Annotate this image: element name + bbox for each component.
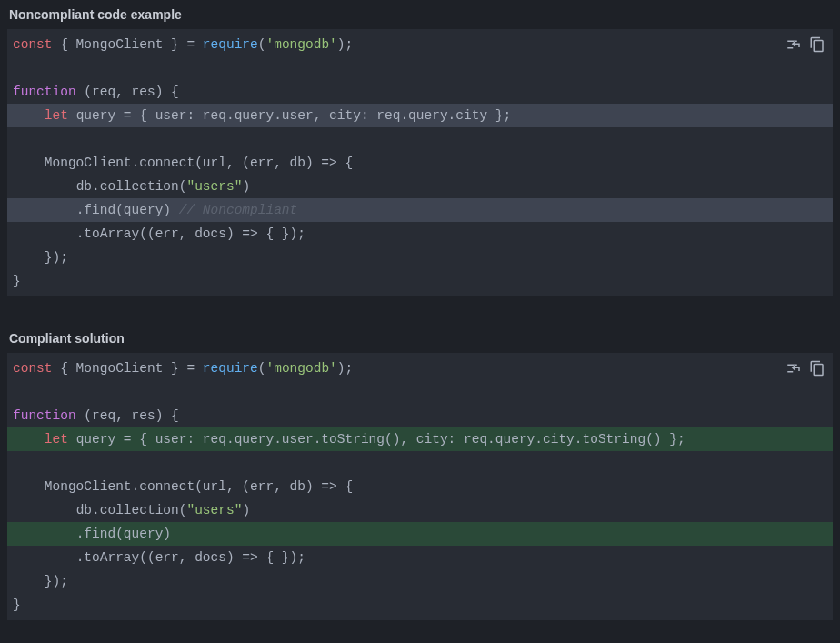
token: MongoClient.connect(url, (err, db) => { bbox=[45, 156, 353, 170]
token: ); bbox=[337, 37, 353, 52]
code-line: }); bbox=[7, 246, 833, 269]
code-line: MongoClient.connect(url, (err, db) => { bbox=[7, 151, 833, 175]
code-line bbox=[7, 380, 833, 404]
copy-icon[interactable] bbox=[809, 36, 825, 53]
token: "users" bbox=[186, 503, 242, 517]
token: { MongoClient } = bbox=[60, 361, 203, 376]
indent bbox=[13, 527, 76, 541]
token: MongoClient.connect(url, (err, db) => { bbox=[45, 479, 353, 494]
wrap-icon[interactable] bbox=[785, 360, 802, 377]
section-header: Compliant solution bbox=[0, 324, 840, 353]
token: (req, res) { bbox=[84, 85, 178, 99]
token: query = { user: req.query.user, city: re… bbox=[76, 108, 512, 123]
indent bbox=[13, 179, 76, 194]
code-line: const { MongoClient } = require('mongodb… bbox=[7, 33, 833, 56]
token: let bbox=[45, 432, 76, 447]
token: const bbox=[13, 37, 60, 52]
token: function bbox=[13, 85, 84, 99]
section-header: Noncompliant code example bbox=[0, 0, 840, 29]
code-line: MongoClient.connect(url, (err, db) => { bbox=[7, 475, 833, 498]
code-line: db.collection("users") bbox=[7, 498, 833, 522]
code-line: function (req, res) { bbox=[7, 80, 833, 104]
indent bbox=[13, 108, 45, 123]
token: db.collection( bbox=[76, 179, 187, 194]
code-tools bbox=[785, 36, 825, 53]
token: ) bbox=[242, 503, 250, 517]
code-line: .toArray((err, docs) => { }); bbox=[7, 546, 833, 569]
token: // Noncompliant bbox=[179, 203, 298, 217]
code-line: const { MongoClient } = require('mongodb… bbox=[7, 357, 833, 380]
code-line bbox=[7, 56, 833, 80]
token: require bbox=[203, 37, 258, 52]
token: ) bbox=[242, 179, 250, 194]
code-content: const { MongoClient } = require('mongodb… bbox=[7, 29, 833, 296]
token: require bbox=[203, 361, 258, 376]
token: .toArray((err, docs) => { }); bbox=[76, 226, 305, 241]
token: (req, res) { bbox=[84, 408, 178, 423]
code-line: .find(query) bbox=[7, 522, 833, 546]
code-line: }); bbox=[7, 569, 833, 593]
indent bbox=[13, 203, 76, 217]
indent bbox=[13, 156, 45, 170]
indent bbox=[13, 550, 76, 565]
token: db.collection( bbox=[76, 503, 187, 517]
code-line: } bbox=[7, 269, 833, 293]
code-block: const { MongoClient } = require('mongodb… bbox=[7, 353, 833, 620]
token: } bbox=[13, 274, 21, 288]
token: query = { user: req.query.user.toString(… bbox=[76, 432, 685, 447]
token: }); bbox=[45, 574, 68, 588]
indent bbox=[13, 503, 76, 517]
copy-icon[interactable] bbox=[809, 360, 825, 377]
code-tools bbox=[785, 360, 825, 377]
indent bbox=[13, 479, 45, 494]
token: .find(query) bbox=[76, 527, 171, 541]
token: const bbox=[13, 361, 60, 376]
indent bbox=[13, 432, 45, 447]
code-line: let query = { user: req.query.user.toStr… bbox=[7, 427, 833, 451]
token: } bbox=[13, 598, 21, 612]
wrap-icon[interactable] bbox=[785, 36, 802, 53]
token: let bbox=[45, 108, 76, 123]
indent bbox=[13, 250, 45, 265]
token: function bbox=[13, 408, 84, 423]
code-line: .toArray((err, docs) => { }); bbox=[7, 222, 833, 246]
token: { MongoClient } = bbox=[60, 37, 203, 52]
code-line bbox=[7, 451, 833, 475]
token: "users" bbox=[186, 179, 242, 194]
code-line: .find(query) // Noncompliant bbox=[7, 198, 833, 222]
code-line: function (req, res) { bbox=[7, 404, 833, 427]
code-block: const { MongoClient } = require('mongodb… bbox=[7, 29, 833, 296]
token: 'mongodb' bbox=[265, 37, 336, 52]
token: .toArray((err, docs) => { }); bbox=[76, 550, 305, 565]
token: 'mongodb' bbox=[265, 361, 336, 376]
code-line: let query = { user: req.query.user, city… bbox=[7, 104, 833, 127]
token: }); bbox=[45, 250, 68, 265]
token: ); bbox=[337, 361, 353, 376]
code-line bbox=[7, 127, 833, 151]
indent bbox=[13, 226, 76, 241]
indent bbox=[13, 574, 45, 588]
code-line: } bbox=[7, 593, 833, 617]
code-content: const { MongoClient } = require('mongodb… bbox=[7, 353, 833, 620]
code-line: db.collection("users") bbox=[7, 175, 833, 198]
token: .find(query) bbox=[76, 203, 179, 217]
